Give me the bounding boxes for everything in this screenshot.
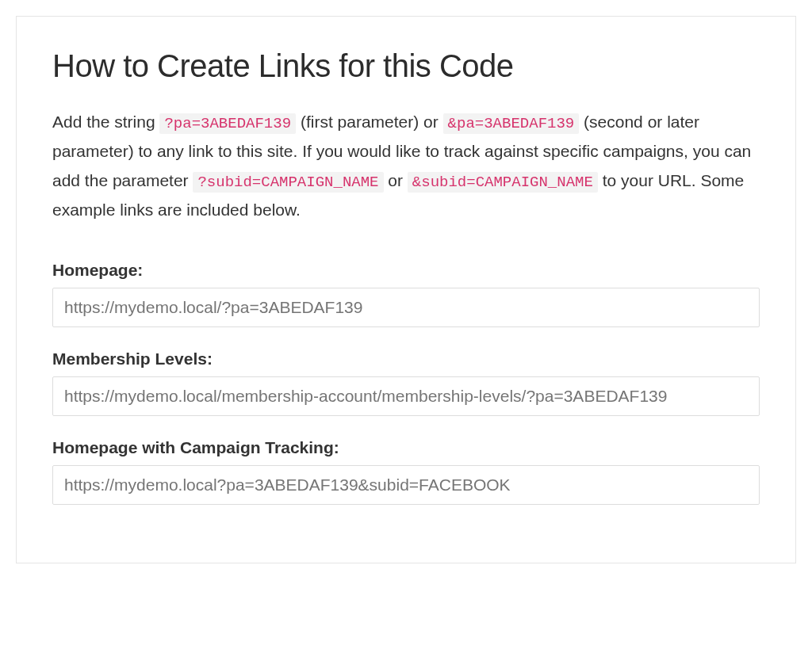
links-instructions-panel: How to Create Links for this Code Add th… — [16, 16, 796, 563]
intro-text-1: Add the string — [52, 113, 159, 131]
homepage-url-input[interactable] — [52, 288, 760, 327]
intro-text-4: or — [384, 171, 408, 189]
code-param-later: &pa=3ABEDAF139 — [443, 113, 580, 134]
membership-url-input[interactable] — [52, 376, 760, 416]
example-membership: Membership Levels: — [52, 349, 760, 416]
panel-heading: How to Create Links for this Code — [52, 48, 760, 84]
example-homepage: Homepage: — [52, 261, 760, 327]
membership-label: Membership Levels: — [52, 349, 760, 369]
code-subid-later: &subid=CAMPAIGN_NAME — [408, 172, 598, 193]
campaign-url-input[interactable] — [52, 465, 760, 505]
intro-text-2: (first parameter) or — [296, 113, 443, 131]
code-subid-first: ?subid=CAMPAIGN_NAME — [193, 172, 383, 193]
code-param-first: ?pa=3ABEDAF139 — [159, 113, 296, 134]
example-campaign: Homepage with Campaign Tracking: — [52, 438, 760, 505]
homepage-label: Homepage: — [52, 261, 760, 280]
panel-description: Add the string ?pa=3ABEDAF139 (first par… — [52, 108, 760, 225]
campaign-label: Homepage with Campaign Tracking: — [52, 438, 760, 457]
